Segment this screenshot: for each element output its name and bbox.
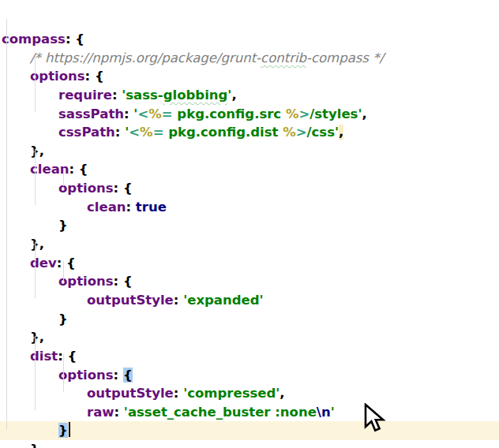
indent-guide (35, 242, 36, 298)
code-line[interactable]: options: { (0, 179, 499, 198)
indent-guide (35, 336, 36, 411)
code-line[interactable]: require: 'sass-globbing', (0, 86, 499, 105)
code-token: options (30, 69, 85, 84)
code-token: : { (114, 274, 133, 289)
code-token: = (153, 125, 164, 140)
code-line[interactable]: }, (0, 235, 499, 254)
text-caret (69, 422, 70, 437)
code-token: : (174, 386, 183, 401)
code-token: ' (331, 405, 335, 420)
code-token: options (58, 181, 114, 196)
code-token: }, (30, 144, 44, 159)
code-line[interactable]: } (0, 440, 499, 448)
code-token: % (140, 125, 153, 140)
code-token: , (362, 106, 366, 121)
code-token: : (124, 106, 133, 121)
code-token: = (162, 106, 173, 121)
code-line[interactable]: dev: { (0, 254, 499, 273)
code-line[interactable]: options: { (0, 272, 499, 291)
code-line[interactable]: outputStyle: 'compressed', (0, 384, 499, 403)
indent-guide (35, 56, 36, 112)
code-token: pkg.config.src (173, 106, 286, 121)
code-token: , (231, 88, 236, 103)
code-token: outputStyle (87, 293, 174, 308)
indent-guide (63, 168, 64, 187)
code-token: : { (66, 32, 84, 47)
code-token: \n (317, 405, 331, 420)
code-token: : { (58, 349, 77, 364)
code-token: pkg.config.dist (163, 125, 283, 140)
code-token: } (58, 423, 68, 438)
code-line[interactable]: compass: { (0, 30, 499, 49)
code-token: clean (87, 200, 126, 215)
code-line[interactable]: } (0, 216, 499, 235)
code-token: : (112, 88, 122, 103)
code-line[interactable]: /* https://npmjs.org/package/grunt-contr… (0, 49, 499, 68)
code-token: raw (87, 405, 114, 420)
code-token: -compass */ (306, 50, 384, 65)
code-token: 'expanded' (183, 293, 263, 308)
indent-guide (35, 149, 36, 205)
code-token: globbing (163, 88, 228, 103)
code-line[interactable]: dist: { (0, 347, 499, 366)
code-token: : (126, 200, 136, 215)
code-line[interactable]: options: { (0, 366, 499, 385)
code-token: options (58, 274, 114, 289)
code-token: sassPath (58, 106, 124, 121)
code-token: % (148, 106, 162, 121)
code-token: : { (85, 69, 104, 84)
code-token: } (58, 312, 68, 327)
code-token: , (280, 386, 284, 401)
code-line-caret-row[interactable]: } (0, 421, 499, 440)
code-token: : (114, 405, 124, 420)
indent-guide (6, 19, 7, 429)
code-token: 'compressed' (183, 386, 280, 401)
code-line[interactable]: raw: 'asset_cache_buster :none\n' (0, 403, 499, 422)
code-line[interactable]: }, (0, 328, 499, 347)
code-token: 'sass- (122, 88, 163, 103)
code-token: < (129, 125, 140, 140)
code-token: } (58, 218, 68, 233)
code-token: % (286, 106, 299, 121)
code-token: : (115, 125, 125, 140)
code-line[interactable]: options: { (0, 67, 499, 86)
code-token: /* https://npmjs.org/package/grunt- (30, 50, 261, 65)
code-token: : { (69, 162, 88, 177)
code-line[interactable]: sassPath: '<%= pkg.config.src %>/styles'… (0, 105, 499, 124)
code-line[interactable]: clean: { (0, 160, 499, 179)
code-token: : { (114, 181, 133, 196)
code-token: outputStyle (87, 386, 174, 401)
code-line[interactable]: outputStyle: 'expanded' (0, 291, 499, 310)
code-token: > (296, 125, 307, 140)
code-token: 'asset_cache_buster :none (124, 405, 317, 420)
code-token: % (283, 125, 296, 140)
code-token: require (58, 88, 112, 103)
code-token: contrib (261, 50, 306, 65)
code-token: }, (30, 237, 44, 252)
code-token: : (174, 293, 183, 308)
code-token: { (123, 368, 133, 383)
code-line[interactable]: }, (0, 142, 499, 161)
code-line[interactable]: } (0, 310, 499, 329)
code-token: > (298, 106, 310, 121)
code-token: /styles' (310, 106, 362, 121)
code-line[interactable]: clean: true (0, 198, 499, 217)
code-token: } (30, 442, 39, 448)
code-token: true (136, 200, 167, 215)
code-token: : (114, 368, 123, 383)
code-token: cssPath (58, 125, 115, 140)
code-token: options (58, 368, 114, 383)
code-token: /css' (307, 125, 340, 140)
code-line[interactable]: cssPath: '<%= pkg.config.dist %>/css', (0, 123, 499, 142)
code-token: }, (30, 330, 44, 345)
code-token: : { (57, 256, 76, 271)
code-lines: compass: {/* https://npmjs.org/package/g… (0, 30, 499, 448)
code-token: compass (2, 32, 66, 47)
indent-guide (63, 261, 64, 280)
code-token: , (339, 125, 343, 140)
code-editor[interactable]: compass: {/* https://npmjs.org/package/g… (0, 0, 499, 448)
indent-guide (63, 354, 64, 391)
code-token: < (137, 106, 148, 121)
